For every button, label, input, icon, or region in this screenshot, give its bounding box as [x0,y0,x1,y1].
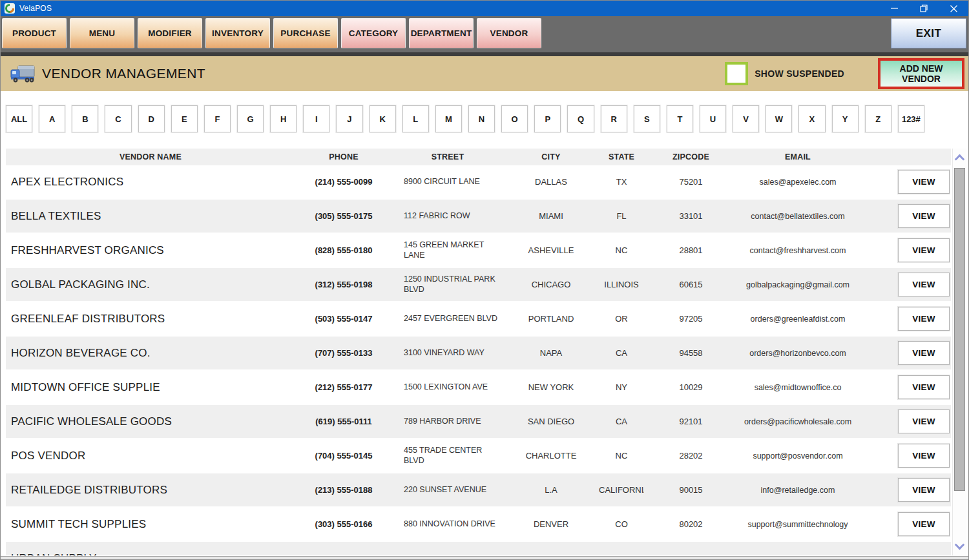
alpha-filter-button[interactable]: C [105,105,131,132]
nav-tab-product[interactable]: PRODUCT [2,18,67,48]
scroll-up-icon[interactable] [955,154,963,161]
alpha-filter-button[interactable]: N [468,105,495,132]
vendor-zipcode: 92101 [644,417,738,426]
scroll-down-icon[interactable] [955,541,963,549]
table-header-row: VENDOR NAME PHONE STREET CITY STATE ZIPC… [6,149,951,165]
alpha-filter-button[interactable]: Q [567,105,594,132]
vendor-state: TX [599,177,644,187]
vendor-email: orders@horizonbevco.com [738,349,858,358]
vendor-phone: (707) 555-0133 [295,348,392,358]
vendor-state: NC [599,245,644,255]
view-button[interactable]: VIEW [898,170,950,194]
alpha-filter-button[interactable]: R [601,105,627,132]
view-button[interactable]: VIEW [898,273,950,296]
alpha-filter-button[interactable]: S [634,105,660,132]
alpha-filter-button[interactable]: W [766,105,792,132]
vendor-email: contact@bellatextiles.com [738,212,858,221]
alpha-filter-button[interactable]: M [435,105,462,132]
vendor-email: support@summittechnology [738,520,858,529]
column-header: VENDOR NAME [6,152,295,161]
nav-tab-inventory[interactable]: INVENTORY [205,18,270,48]
vendor-street: 145 GREEN MARKET LANE [392,240,503,260]
minimize-button[interactable] [879,1,909,16]
restore-button[interactable] [909,1,939,16]
view-button[interactable]: VIEW [898,444,950,468]
vendor-name: GREENLEAF DISTRIBUTORS [6,313,295,326]
alpha-filter-button[interactable]: 123# [898,105,924,132]
view-button[interactable]: VIEW [898,478,950,502]
table-row: URBAN SUPPLY VIEW [6,542,951,555]
nav-tab-menu[interactable]: MENU [70,18,134,48]
alpha-filter-button[interactable]: P [534,105,561,132]
vendor-state: CALIFORNIA [599,485,644,495]
alpha-filter-button[interactable]: K [370,105,396,132]
alpha-filter-button[interactable]: H [270,105,297,132]
view-button[interactable]: VIEW [898,341,950,365]
vendor-table: VENDOR NAME PHONE STREET CITY STATE ZIPC… [1,149,968,555]
alpha-filter-button[interactable]: Y [832,105,859,132]
alpha-filter-button[interactable]: F [204,105,231,132]
alpha-filter-button[interactable]: I [303,105,329,132]
vendor-street: 880 INNOVATION DRIVE [392,519,503,530]
alpha-filter-button[interactable]: U [700,105,726,132]
alpha-filter-button[interactable]: B [72,105,98,132]
alpha-filter-button[interactable]: G [237,105,264,132]
alpha-filter-button[interactable]: L [402,105,429,132]
alpha-filter-button[interactable]: O [501,105,528,132]
show-suspended-checkbox[interactable] [725,62,748,85]
vendor-name: GOLBAL PACKAGING INC. [6,278,295,291]
table-scrollbar[interactable] [952,149,966,555]
view-button[interactable]: VIEW [898,307,950,331]
vendor-name: FRESHHARVEST ORGANICS [6,244,295,257]
view-button[interactable]: VIEW [898,375,950,399]
scrollbar-thumb[interactable] [954,168,965,491]
row-actions: VIEW [858,512,951,536]
vendor-phone: (213) 555-0188 [295,485,392,495]
alpha-filter-button[interactable]: J [336,105,362,132]
vendor-name: HORIZON BEVERAGE CO. [6,347,295,360]
vendor-state: NC [599,451,644,461]
alpha-filter-button[interactable]: V [733,105,759,132]
row-actions: VIEW [858,410,951,433]
vendor-name: RETAILEDGE DISTRIBUTORS [6,484,295,497]
vendor-street: 2457 EVERGREEN BLVD [392,314,503,324]
alpha-filter-button[interactable]: D [138,105,165,132]
column-header: STREET [392,152,503,161]
table-row: GREENLEAF DISTRIBUTORS (503) 555-0147 24… [6,302,951,335]
exit-button[interactable]: EXIT [891,18,966,48]
vendor-name: POS VENDOR [6,450,295,462]
vendor-street: 112 FABRIC ROW [392,211,503,222]
add-new-vendor-button[interactable]: ADD NEW VENDOR [878,58,964,89]
nav-tab-modifier[interactable]: MODIFIER [138,18,202,48]
alpha-filter-button[interactable]: X [798,105,825,132]
close-icon[interactable] [939,1,968,16]
view-button[interactable]: VIEW [898,512,950,536]
nav-tab-purchase[interactable]: PURCHASE [273,18,338,48]
vendor-city: DALLAS [503,177,599,187]
vendor-phone: (704) 555-0145 [295,451,392,461]
column-header: ZIPCODE [644,152,738,161]
page-header: VENDOR MANAGEMENT SHOW SUSPENDED ADD NEW… [1,56,968,91]
alpha-filter-button[interactable]: T [667,105,693,132]
vendor-city: CHARLOTTE [503,451,599,461]
view-button[interactable]: VIEW [898,204,950,228]
vendor-zipcode: 10029 [644,382,738,392]
app-window: VelaPOS PRODUCT MENU MODI [0,0,969,560]
column-header: EMAIL [738,152,858,161]
vendor-city: SAN DIEGO [503,417,599,426]
view-button[interactable]: VIEW [898,410,950,433]
nav-tab-vendor[interactable]: VENDOR [477,18,541,48]
alpha-filter-button[interactable]: E [171,105,198,132]
vendor-name: URBAN SUPPLY [6,552,295,556]
nav-tab-category[interactable]: CATEGORY [341,18,406,48]
table-row: RETAILEDGE DISTRIBUTORS (213) 555-0188 2… [6,473,951,506]
row-actions: VIEW [858,238,951,262]
vendor-email: orders@greenleafdist.com [738,315,858,324]
window-bottom-edge [1,556,968,559]
alpha-filter-button[interactable]: A [39,105,65,132]
view-button[interactable]: VIEW [898,238,950,262]
vendor-phone: (305) 555-0175 [295,211,392,221]
alpha-filter-button[interactable]: ALL [6,105,32,132]
nav-tab-department[interactable]: DEPARTMENT [409,18,474,48]
alpha-filter-button[interactable]: Z [865,105,891,132]
